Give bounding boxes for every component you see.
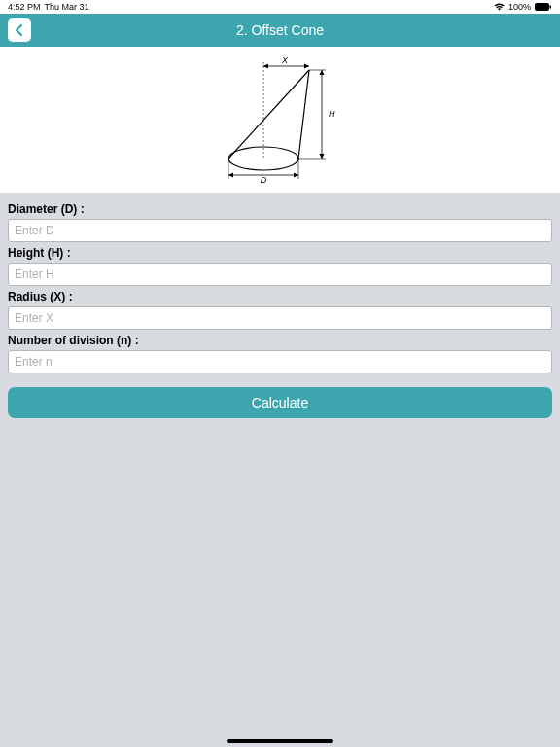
back-button[interactable] [8,18,31,42]
calculate-button[interactable]: Calculate [8,387,552,418]
label-diameter: Diameter (D) : [8,202,552,216]
svg-rect-0 [535,3,549,11]
svg-marker-7 [263,64,268,69]
input-diameter[interactable] [8,219,552,242]
status-battery: 100% [508,2,531,12]
status-time: 4:52 PM [8,2,41,12]
input-radius[interactable] [8,306,552,330]
status-bar: 4:52 PM Thu Mar 31 100% [0,0,560,14]
svg-marker-15 [228,173,233,178]
svg-line-3 [228,70,309,159]
input-divisions[interactable] [8,350,552,374]
home-indicator [227,739,333,743]
page-title: 2. Offset Cone [0,22,560,38]
diagram-area: X H D [0,47,560,193]
input-height[interactable] [8,263,552,286]
wifi-icon [494,3,505,11]
status-date: Thu Mar 31 [45,2,89,12]
svg-marker-16 [294,173,298,178]
label-radius: Radius (X) : [8,290,552,303]
label-divisions: Number of division (n) : [8,334,552,347]
diagram-label-h: H [329,109,335,119]
battery-icon [535,3,552,11]
diagram-label-x: X [281,56,289,65]
svg-line-4 [298,70,309,159]
svg-marker-6 [304,64,309,69]
navbar: 2. Offset Cone [0,14,560,47]
diagram-label-d: D [261,175,267,183]
label-height: Height (H) : [8,246,552,260]
svg-marker-10 [320,70,325,75]
cone-diagram: X H D [217,56,343,183]
svg-marker-11 [320,154,325,159]
svg-rect-1 [550,5,552,9]
form-area: Diameter (D) : Height (H) : Radius (X) :… [0,193,560,426]
chevron-left-icon [14,23,25,37]
